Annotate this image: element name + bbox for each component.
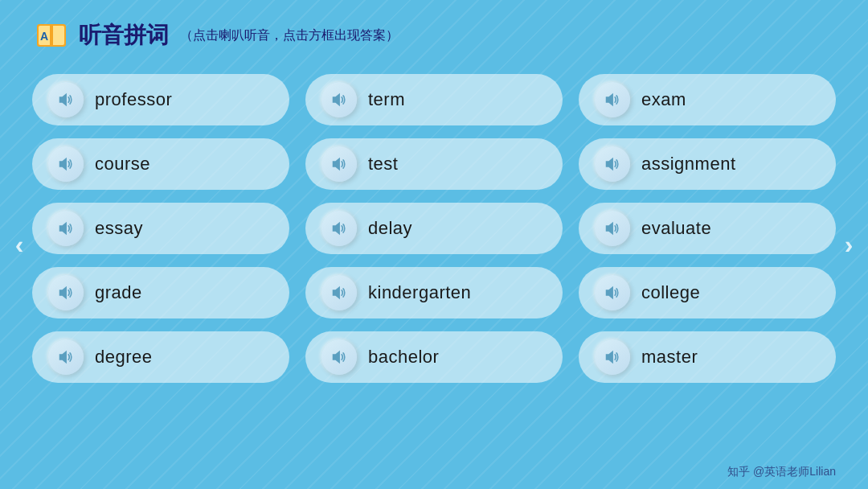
speaker-icon	[604, 91, 621, 109]
speaker-btn-master[interactable]	[595, 339, 630, 375]
svg-marker-16	[59, 351, 67, 364]
speaker-icon	[604, 284, 621, 302]
svg-marker-10	[59, 222, 67, 236]
word-item-exam[interactable]: exam	[579, 74, 836, 125]
word-item-evaluate[interactable]: evaluate	[579, 203, 836, 254]
speaker-btn-college[interactable]	[595, 275, 630, 310]
svg-marker-13	[59, 286, 67, 300]
word-text-bachelor: bachelor	[368, 347, 439, 368]
word-text-test: test	[368, 154, 398, 175]
word-item-degree[interactable]: degree	[32, 331, 289, 383]
word-item-bachelor[interactable]: bachelor	[305, 331, 563, 383]
word-text-delay: delay	[368, 218, 412, 239]
speaker-btn-professor[interactable]	[48, 82, 84, 117]
word-text-grade: grade	[95, 282, 142, 303]
word-item-college[interactable]: college	[579, 267, 836, 318]
word-item-term[interactable]: term	[305, 74, 563, 125]
svg-marker-4	[59, 93, 67, 107]
word-item-grade[interactable]: grade	[32, 267, 289, 318]
speaker-icon	[57, 155, 75, 173]
speaker-icon	[330, 91, 348, 109]
speaker-icon	[330, 220, 348, 237]
word-item-assignment[interactable]: assignment	[579, 138, 836, 190]
speaker-btn-term[interactable]	[321, 82, 357, 117]
speaker-icon	[604, 155, 621, 173]
nav-prev-button[interactable]: ‹	[5, 220, 34, 269]
speaker-icon	[604, 220, 621, 237]
svg-marker-6	[606, 93, 613, 107]
svg-text:A: A	[40, 30, 48, 43]
word-item-kindergarten[interactable]: kindergarten	[305, 267, 563, 318]
page-subtitle: （点击喇叭听音，点击方框出现答案）	[180, 27, 399, 44]
svg-marker-8	[333, 158, 340, 171]
word-text-exam: exam	[641, 89, 686, 110]
word-text-assignment: assignment	[641, 154, 736, 175]
speaker-btn-bachelor[interactable]	[321, 339, 357, 375]
speaker-icon	[330, 155, 348, 173]
word-text-essay: essay	[95, 218, 143, 239]
svg-marker-12	[606, 222, 613, 236]
word-text-professor: professor	[95, 89, 172, 110]
speaker-icon	[604, 348, 621, 366]
page-header: A 听音拼词 （点击喇叭听音，点击方框出现答案）	[32, 16, 836, 55]
watermark: 知乎 @英语老师Lilian	[727, 465, 836, 479]
svg-marker-17	[333, 351, 340, 364]
speaker-btn-degree[interactable]	[48, 339, 84, 375]
words-grid: professor term exam course	[32, 74, 836, 383]
speaker-icon	[330, 348, 348, 366]
speaker-btn-test[interactable]	[321, 146, 357, 182]
word-text-evaluate: evaluate	[641, 218, 711, 239]
word-text-college: college	[641, 282, 700, 303]
svg-rect-2	[50, 24, 53, 47]
speaker-icon	[57, 91, 75, 109]
word-item-test[interactable]: test	[305, 138, 563, 190]
speaker-icon	[57, 348, 75, 366]
book-icon: A	[32, 16, 71, 55]
speaker-btn-essay[interactable]	[48, 211, 84, 246]
word-text-master: master	[641, 347, 698, 368]
svg-marker-11	[333, 222, 340, 236]
speaker-icon	[330, 284, 348, 302]
page-container: A 听音拼词 （点击喇叭听音，点击方框出现答案） professor term	[0, 0, 868, 489]
word-text-kindergarten: kindergarten	[368, 282, 471, 303]
speaker-icon	[57, 220, 75, 237]
speaker-btn-exam[interactable]	[595, 82, 630, 117]
nav-next-button[interactable]: ›	[834, 220, 863, 269]
svg-marker-14	[333, 286, 340, 300]
speaker-btn-delay[interactable]	[321, 211, 357, 246]
svg-marker-9	[606, 158, 613, 171]
svg-marker-15	[606, 286, 613, 300]
speaker-btn-assignment[interactable]	[595, 146, 630, 182]
word-text-course: course	[95, 154, 150, 175]
speaker-btn-course[interactable]	[48, 146, 84, 182]
word-text-degree: degree	[95, 347, 153, 368]
svg-marker-7	[59, 158, 67, 171]
word-item-course[interactable]: course	[32, 138, 289, 190]
svg-marker-5	[333, 93, 340, 107]
page-title: 听音拼词	[79, 20, 169, 51]
word-text-term: term	[368, 89, 405, 110]
speaker-btn-evaluate[interactable]	[595, 211, 630, 246]
speaker-icon	[57, 284, 75, 302]
svg-marker-18	[606, 351, 613, 364]
word-item-master[interactable]: master	[579, 331, 836, 383]
word-item-essay[interactable]: essay	[32, 203, 289, 254]
word-item-delay[interactable]: delay	[305, 203, 563, 254]
speaker-btn-kindergarten[interactable]	[321, 275, 357, 310]
word-item-professor[interactable]: professor	[32, 74, 289, 125]
speaker-btn-grade[interactable]	[48, 275, 84, 310]
